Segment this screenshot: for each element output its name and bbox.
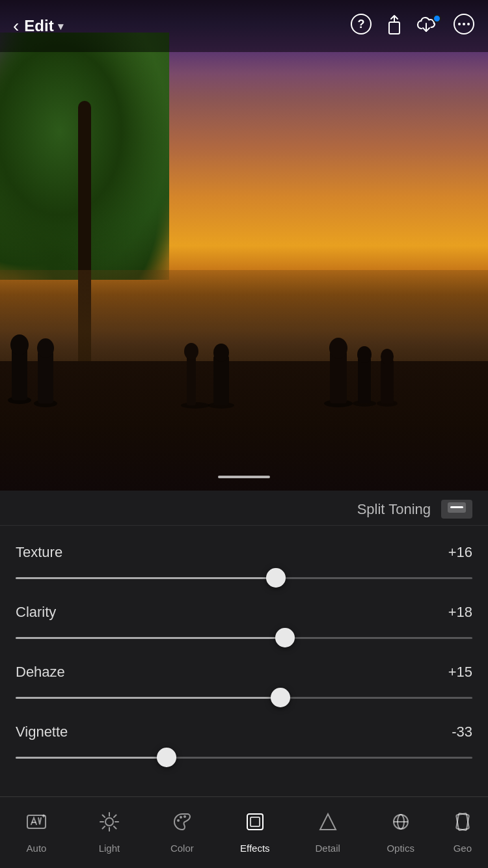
texture-label: Texture — [16, 544, 62, 561]
share-button[interactable] — [384, 13, 405, 40]
svg-rect-29 — [381, 360, 394, 403]
dehaze-value: +15 — [448, 664, 472, 681]
svg-rect-17 — [187, 355, 196, 405]
nav-item-detail[interactable]: Detail — [291, 805, 364, 860]
nav-item-auto[interactable]: Auto — [0, 805, 73, 860]
svg-point-45 — [183, 815, 186, 818]
svg-rect-47 — [251, 817, 260, 826]
section-header: Split Toning — [0, 491, 488, 526]
photo-canvas[interactable] — [0, 0, 488, 491]
vignette-slider[interactable] — [16, 748, 472, 766]
clarity-value: +18 — [448, 604, 472, 621]
sliders-container: Texture +16 Clarity +18 — [0, 526, 488, 772]
section-title: Split Toning — [16, 501, 431, 518]
svg-rect-32 — [450, 506, 463, 508]
svg-rect-33 — [27, 815, 46, 828]
light-icon — [99, 811, 120, 837]
help-button[interactable]: ? — [350, 13, 372, 40]
vignette-slider-row: Vignette -33 — [16, 712, 472, 772]
detail-label: Detail — [316, 843, 340, 854]
nav-item-effects[interactable]: Effects — [219, 805, 291, 860]
svg-point-27 — [357, 346, 372, 363]
svg-point-7 — [458, 23, 461, 25]
section-expand-icon[interactable] — [441, 500, 472, 519]
header-left: ‹ Edit ▾ — [13, 16, 63, 36]
vignette-label: Vignette — [16, 724, 68, 740]
nav-item-light[interactable]: Light — [73, 805, 146, 860]
svg-point-24 — [329, 338, 347, 359]
dehaze-slider-row: Dehaze +15 — [16, 652, 472, 712]
auto-label: Auto — [27, 843, 47, 854]
clarity-slider[interactable] — [16, 629, 472, 647]
bottom-navigation: Auto Light — [0, 796, 488, 868]
svg-rect-26 — [358, 358, 371, 403]
svg-rect-20 — [213, 356, 229, 405]
svg-point-8 — [463, 23, 465, 25]
edit-title[interactable]: Edit ▾ — [24, 17, 62, 35]
svg-line-42 — [102, 826, 105, 829]
clarity-label: Clarity — [16, 604, 56, 621]
svg-text:?: ? — [358, 18, 365, 31]
auto-icon — [26, 811, 47, 837]
svg-line-39 — [102, 815, 105, 818]
light-label: Light — [99, 843, 120, 854]
cloud-sync-button[interactable] — [416, 14, 441, 38]
svg-point-9 — [467, 23, 470, 25]
svg-point-21 — [213, 344, 229, 362]
edit-chevron-icon: ▾ — [58, 20, 63, 33]
geometry-icon — [452, 811, 473, 837]
back-button[interactable]: ‹ — [13, 16, 19, 36]
dehaze-slider[interactable] — [16, 688, 472, 707]
texture-slider[interactable] — [16, 569, 472, 587]
clarity-slider-row: Clarity +18 — [16, 592, 472, 652]
detail-icon — [318, 811, 338, 837]
edit-label: Edit — [24, 17, 53, 35]
effects-icon — [245, 811, 265, 837]
svg-line-40 — [114, 826, 116, 829]
svg-rect-46 — [247, 814, 263, 830]
svg-point-15 — [37, 338, 54, 358]
svg-point-12 — [10, 334, 29, 355]
svg-rect-2 — [389, 22, 400, 34]
svg-rect-14 — [38, 351, 53, 403]
effects-label: Effects — [240, 843, 270, 854]
svg-point-34 — [105, 818, 113, 826]
nav-item-color[interactable]: Color — [146, 805, 219, 860]
optics-icon — [390, 811, 411, 837]
geometry-label: Geo — [454, 843, 472, 854]
svg-point-44 — [180, 816, 182, 819]
scroll-indicator — [218, 476, 270, 478]
texture-value: +16 — [448, 544, 472, 561]
color-label: Color — [170, 843, 194, 854]
svg-marker-48 — [320, 814, 336, 830]
color-icon — [172, 811, 193, 837]
svg-point-43 — [177, 819, 180, 822]
svg-rect-11 — [12, 348, 27, 400]
texture-slider-row: Texture +16 — [16, 532, 472, 592]
header-right: ? — [350, 13, 475, 40]
nav-item-geometry[interactable]: Geo — [437, 805, 488, 860]
svg-point-18 — [184, 343, 198, 360]
svg-rect-23 — [330, 351, 347, 403]
svg-line-41 — [114, 815, 116, 818]
app-header: ‹ Edit ▾ ? — [0, 0, 488, 52]
dehaze-label: Dehaze — [16, 664, 65, 681]
cloud-sync-dot — [433, 14, 441, 23]
people-silhouettes — [0, 283, 488, 413]
optics-label: Optics — [386, 843, 414, 854]
svg-point-30 — [381, 349, 394, 364]
nav-item-optics[interactable]: Optics — [364, 805, 437, 860]
more-button[interactable] — [453, 13, 475, 40]
vignette-value: -33 — [452, 724, 472, 740]
